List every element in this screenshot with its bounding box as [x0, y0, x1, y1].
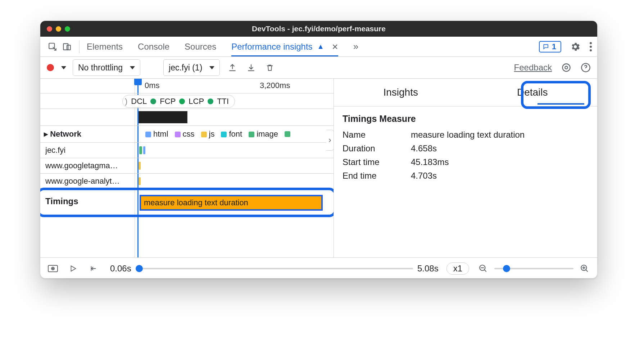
- svg-point-7: [563, 64, 570, 72]
- record-button[interactable]: [47, 64, 54, 71]
- dot-icon: [208, 99, 213, 104]
- svg-rect-2: [67, 45, 71, 50]
- request-host: jec.fyi: [45, 146, 65, 155]
- timings-section: Timings measure loading text duration: [40, 189, 334, 215]
- detail-row: Duration4.658s: [343, 143, 589, 154]
- metrics-row: ) DCL FCP LCP TTI: [40, 93, 334, 109]
- tab-console[interactable]: Console: [138, 37, 169, 56]
- feedback-link[interactable]: Feedback: [514, 63, 552, 73]
- network-section-label[interactable]: ▸ Network: [44, 129, 81, 139]
- metrics-pill[interactable]: ) DCL FCP LCP TTI: [122, 95, 235, 108]
- delete-icon[interactable]: [264, 61, 276, 74]
- tab-performance-insights[interactable]: Performance insights ▲ ✕: [231, 37, 338, 56]
- svg-rect-1: [63, 44, 68, 50]
- details-heading: Timings Measure: [343, 114, 589, 124]
- slider-thumb[interactable]: [136, 265, 143, 272]
- main-area: 0ms 3,200ms ) DCL FCP LCP TTI: [40, 79, 597, 257]
- close-tab-icon[interactable]: ✕: [332, 42, 338, 51]
- swatch-html-icon: [145, 132, 151, 137]
- request-bar: [139, 146, 142, 154]
- separator: [79, 40, 80, 53]
- svg-point-4: [590, 46, 592, 48]
- record-options-caret-icon[interactable]: [61, 66, 66, 69]
- playback-bar: 0.06s 5.08s x1: [40, 257, 597, 278]
- timeline-pane: 0ms 3,200ms ) DCL FCP LCP TTI: [40, 79, 334, 257]
- record-icon: [47, 64, 54, 71]
- dot-icon: [179, 99, 185, 104]
- tab-details[interactable]: Details: [516, 84, 549, 100]
- svg-point-5: [590, 49, 592, 51]
- network-header-row: ▸ Network html css js font image: [40, 126, 334, 143]
- export-icon[interactable]: [226, 61, 239, 74]
- time-range: 0.06s 5.08s: [110, 264, 439, 274]
- active-tab-underline: [538, 103, 584, 105]
- details-body: Timings Measure Namemeasure loading text…: [334, 106, 597, 187]
- swatch-more-icon: [285, 131, 290, 137]
- svg-point-3: [590, 42, 592, 44]
- filmstrip-row: [40, 109, 334, 126]
- experiment-icon: ▲: [317, 42, 324, 50]
- tab-insights[interactable]: Insights: [382, 84, 419, 100]
- go-to-start-icon[interactable]: [87, 262, 99, 275]
- expand-right-handle[interactable]: ›: [326, 130, 334, 151]
- request-host: www.googletagma…: [45, 161, 118, 170]
- playback-speed[interactable]: x1: [446, 262, 469, 275]
- filmstrip-frame[interactable]: [139, 111, 187, 123]
- tab-label: Performance insights: [231, 42, 312, 51]
- zoom-in-icon[interactable]: [579, 262, 591, 275]
- network-row[interactable]: www.google-analyt…: [40, 174, 334, 189]
- import-icon[interactable]: [245, 61, 257, 74]
- inspect-element-icon[interactable]: [45, 40, 60, 54]
- tick-0ms: 0ms: [145, 81, 160, 90]
- network-row[interactable]: jec.fyi: [40, 143, 334, 158]
- swatch-image-icon: [249, 132, 254, 137]
- range-end: 5.08s: [417, 264, 439, 274]
- zoom-controls: [477, 262, 591, 275]
- timing-measure-bar[interactable]: measure loading text duration: [140, 195, 323, 211]
- caret-down-icon: [209, 66, 214, 69]
- tick-3200ms: 3,200ms: [260, 81, 290, 90]
- play-icon[interactable]: [67, 262, 79, 275]
- svg-point-6: [565, 66, 567, 69]
- right-tabs: Insights Details: [334, 79, 597, 106]
- toggle-device-icon[interactable]: [60, 40, 74, 54]
- zoom-slider[interactable]: [494, 268, 573, 269]
- tab-elements[interactable]: Elements: [87, 37, 123, 56]
- kebab-menu-icon[interactable]: [589, 41, 592, 52]
- devtools-tabstrip: Elements Console Sources Performance ins…: [40, 37, 597, 57]
- svg-point-11: [52, 268, 53, 269]
- tab-sources[interactable]: Sources: [185, 37, 216, 56]
- settings-icon[interactable]: [570, 41, 581, 52]
- recording-select[interactable]: jec.fyi (1): [163, 59, 220, 76]
- request-bar: [139, 177, 141, 185]
- preview-toggle-icon[interactable]: [47, 262, 59, 275]
- metric-tti: TTI: [217, 97, 229, 106]
- devtools-window: DevTools - jec.fyi/demo/perf-measure Ele…: [40, 21, 597, 278]
- throttling-value: No throttling: [78, 63, 123, 73]
- issues-badge[interactable]: 1: [539, 41, 561, 52]
- throttling-select[interactable]: No throttling: [73, 59, 140, 76]
- recording-value: jec.fyi (1): [169, 63, 202, 73]
- swatch-js-icon: [201, 132, 207, 137]
- network-row[interactable]: www.googletagma…: [40, 158, 334, 174]
- detail-row: Start time45.183ms: [343, 157, 589, 167]
- swatch-font-icon: [221, 132, 227, 137]
- more-tabs-button[interactable]: »: [353, 37, 358, 56]
- metric-dcl: DCL: [131, 97, 147, 106]
- panel-settings-icon[interactable]: [561, 63, 571, 73]
- recording-toolbar: No throttling jec.fyi (1) Feedback: [40, 57, 597, 79]
- zoom-out-icon[interactable]: [477, 262, 489, 275]
- request-host: www.google-analyt…: [45, 177, 120, 186]
- issues-count: 1: [552, 42, 556, 51]
- time-ruler[interactable]: 0ms 3,200ms: [40, 79, 334, 93]
- time-slider[interactable]: [136, 268, 413, 269]
- slider-thumb[interactable]: [503, 265, 510, 272]
- caret-down-icon: [130, 66, 135, 69]
- legend-items: html css js font image: [145, 129, 290, 139]
- help-icon[interactable]: [581, 63, 591, 73]
- timing-measure-label: measure loading text duration: [144, 198, 248, 207]
- detail-row: Namemeasure loading text duration: [343, 130, 589, 140]
- timings-label: Timings: [45, 196, 78, 206]
- range-start: 0.06s: [110, 264, 131, 274]
- dot-icon: [150, 99, 156, 104]
